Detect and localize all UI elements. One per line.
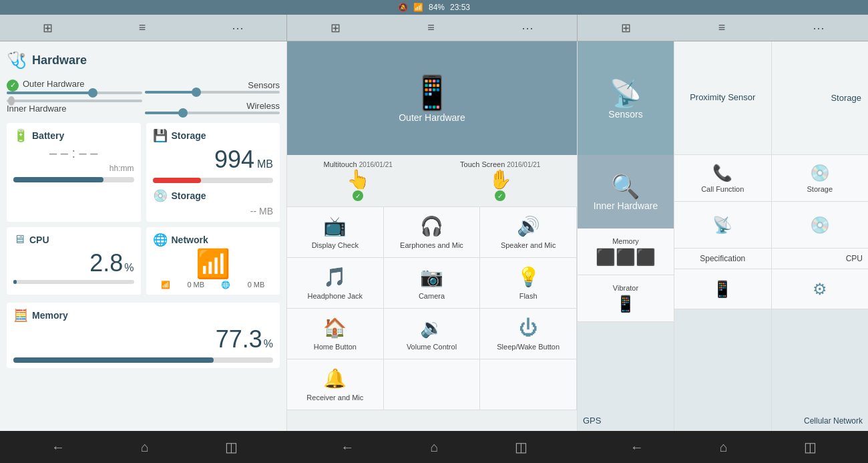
call-function-cell[interactable]: 📞 Call Function xyxy=(674,155,772,202)
inner-hardware-item[interactable]: Inner Hardware xyxy=(7,98,142,118)
recent-button-left[interactable]: ◫ xyxy=(225,439,238,455)
mid-nav-icon-2[interactable]: ≡ xyxy=(427,21,435,35)
left-nav-icon-2[interactable]: ≡ xyxy=(139,21,146,35)
right-right-section: Proximity Sensor Storage 📞 Call Function… xyxy=(674,41,868,431)
specification-label-cell[interactable]: Specification xyxy=(674,249,772,269)
earphones-label: Earphones and Mic xyxy=(400,241,463,249)
outer-hw-slider[interactable] xyxy=(7,92,142,94)
back-button-left[interactable]: ← xyxy=(51,440,65,455)
inner-hw-banner-label: Inner Hardware xyxy=(594,200,658,211)
gps-item[interactable]: GPS xyxy=(578,322,674,431)
headphone-jack-cell[interactable]: 🎵 Headphone Jack xyxy=(287,258,384,309)
mid-nav-icon-1[interactable]: ⊞ xyxy=(331,21,341,35)
spec-cpu-row: 📡 💿 xyxy=(674,202,868,249)
storage-right-icon-cell[interactable]: 💿 Storage xyxy=(772,155,869,202)
right-top-row: Proximity Sensor Storage xyxy=(674,41,868,155)
network-cell-icon: 🌐 xyxy=(221,281,230,289)
network-cell-value: 0 MB xyxy=(248,281,265,289)
wifi-tower-cell[interactable]: 📡 xyxy=(674,202,772,249)
phone-right-icon-cell[interactable]: 📱 xyxy=(674,269,772,309)
storage1-bar xyxy=(153,178,274,183)
cpu-title: CPU xyxy=(29,235,49,245)
headphone-jack-icon: 🎵 xyxy=(323,266,347,288)
home-button-right[interactable]: ⌂ xyxy=(720,440,728,455)
speaker-mic-cell[interactable]: 🔊 Speaker and Mic xyxy=(480,207,577,258)
grid-row-3: 🏠 Home Button 🔉 Volume Control ⏻ Sleep/W… xyxy=(287,309,577,359)
wireless-slider[interactable] xyxy=(145,112,280,114)
flash-cell[interactable]: 💡 Flash xyxy=(480,258,577,309)
touch-screen-check: ✓ xyxy=(495,190,505,201)
receiver-mic-cell[interactable]: 🔔 Receiver and Mic xyxy=(287,359,384,410)
network-icon: 🌐 xyxy=(153,233,168,247)
inner-hw-banner: 🔍 Inner Hardware xyxy=(578,155,674,228)
outer-hw-banner-label: Outer Hardware xyxy=(399,112,465,123)
back-button-mid[interactable]: ← xyxy=(341,440,354,455)
cpu-bar xyxy=(13,280,134,284)
outer-hw-label: Outer Hardware xyxy=(23,79,84,89)
bottom-nav-left: ← ⌂ ◫ xyxy=(0,439,289,455)
sensors-item[interactable]: Sensors xyxy=(145,78,280,96)
right-nav-icon-3[interactable]: ⋯ xyxy=(813,21,825,35)
empty-cell-2 xyxy=(480,359,577,410)
earphones-icon: 🎧 xyxy=(420,215,443,237)
sleep-wake-cell[interactable]: ⏻ Sleep/Wake Button xyxy=(480,309,577,359)
left-panel: 🩺 Hardware ✓ Outer Hardware Sensors xyxy=(0,41,287,431)
stats-grid: 🔋 Battery – – : – – hh:mm 💾 Storage 994 … xyxy=(7,123,280,295)
camera-label: Camera xyxy=(419,292,445,300)
volume-control-label: Volume Control xyxy=(407,343,457,351)
call-function-row: 📞 Call Function 💿 Storage xyxy=(674,155,868,202)
touch-screen-item[interactable]: Touch Screen 2016/01/21 ✋ ✓ xyxy=(460,160,540,201)
sleep-wake-icon: ⏻ xyxy=(519,317,537,339)
recent-button-mid[interactable]: ◫ xyxy=(515,439,527,455)
home-button-left[interactable]: ⌂ xyxy=(141,440,149,455)
sensors-slider[interactable] xyxy=(145,91,280,94)
battery-text: 84% xyxy=(429,3,445,12)
storage-right-label: Storage xyxy=(831,93,861,103)
wireless-label: Wireless xyxy=(246,101,280,111)
memory-icon: 🧮 xyxy=(13,308,28,323)
volume-control-cell[interactable]: 🔉 Volume Control xyxy=(384,309,481,359)
cpu-right-icon-cell[interactable]: 💿 xyxy=(772,202,869,249)
storage-right-cell[interactable]: Storage xyxy=(772,41,869,155)
camera-cell[interactable]: 📷 Camera xyxy=(384,258,481,309)
right-nav-icon-1[interactable]: ⊞ xyxy=(621,21,631,35)
mid-nav-icon-3[interactable]: ⋯ xyxy=(521,21,533,35)
left-nav-icon-1[interactable]: ⊞ xyxy=(43,21,53,35)
grid-row-2: 🎵 Headphone Jack 📷 Camera 💡 Flash xyxy=(287,258,577,309)
left-nav-icon-3[interactable]: ⋯ xyxy=(232,21,244,35)
storage2-icon: 💿 xyxy=(153,188,168,203)
network-card: 🌐 Network 📶 📶 0 MB 🌐 0 MB xyxy=(146,227,280,295)
home-button-icon: 🏠 xyxy=(323,317,347,339)
memory-unit: % xyxy=(264,338,273,350)
network-wifi-label: 📶 xyxy=(161,281,170,289)
home-button-mid[interactable]: ⌂ xyxy=(430,440,438,455)
cellular-network-label: Cellular Network xyxy=(804,416,863,426)
sensors-banner-label: Sensors xyxy=(608,109,642,120)
home-button-cell[interactable]: 🏠 Home Button xyxy=(287,309,384,359)
memory-right-icon: ⬛⬛⬛ xyxy=(596,248,656,267)
memory-right-item[interactable]: Memory ⬛⬛⬛ xyxy=(578,228,674,275)
recent-button-right[interactable]: ◫ xyxy=(804,439,817,455)
right-nav-icon-2[interactable]: ≡ xyxy=(718,21,726,35)
specification-label: Specification xyxy=(700,254,745,263)
multitouch-item[interactable]: Multitouch 2016/01/21 👆 ✓ xyxy=(324,160,393,201)
display-check-cell[interactable]: 📺 Display Check xyxy=(287,207,384,258)
storage2-section: 💿 Storage -- MB xyxy=(153,188,274,216)
cellular-label-cell[interactable]: Cellular Network xyxy=(772,309,869,431)
cpu-right-label-cell[interactable]: CPU xyxy=(772,249,869,269)
wifi-icon: 📶 xyxy=(413,3,423,12)
outer-hardware-item[interactable]: ✓ Outer Hardware xyxy=(7,78,142,96)
memory-value: 77.3 xyxy=(216,325,262,353)
wireless-item[interactable]: Wireless xyxy=(145,98,280,118)
battery-card: 🔋 Battery – – : – – hh:mm xyxy=(7,123,141,222)
storage1-title: Storage xyxy=(172,130,206,141)
earphones-cell[interactable]: 🎧 Earphones and Mic xyxy=(384,207,481,258)
storage-right-icon: 💿 xyxy=(810,164,830,182)
vibrator-item[interactable]: Vibrator 📱 xyxy=(578,275,674,322)
inner-hw-slider[interactable] xyxy=(7,100,142,102)
back-button-right[interactable]: ← xyxy=(630,440,644,455)
bottom-nav: ← ⌂ ◫ ← ⌂ ◫ ← ⌂ ◫ xyxy=(0,431,868,463)
proximity-sensor-cell[interactable]: Proximity Sensor xyxy=(674,41,772,155)
chip-right-icon-cell[interactable]: ⚙ xyxy=(772,269,869,309)
memory-card: 🧮 Memory 77.3 % xyxy=(7,303,280,368)
